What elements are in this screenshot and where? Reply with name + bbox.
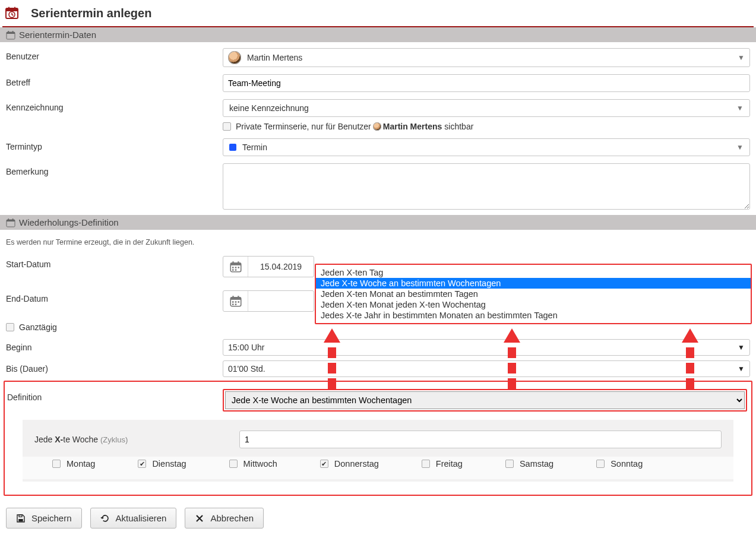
svg-rect-11 — [8, 219, 10, 220]
cancel-label: Abbrechen — [210, 513, 254, 523]
label-definition: Definition — [7, 389, 221, 402]
weekday-checkbox-montag[interactable]: Montag — [52, 459, 95, 469]
label-end-datum: End-Datum — [6, 290, 223, 303]
calendar-button[interactable] — [223, 257, 248, 277]
type-select[interactable]: Termin ▼ — [223, 138, 750, 156]
svg-rect-7 — [8, 31, 10, 33]
calendar-button[interactable] — [223, 291, 248, 311]
label-kennzeichnung: Kennzeichnung — [6, 99, 223, 112]
svg-rect-24 — [232, 296, 233, 298]
start-date-input[interactable]: 15.04.2019 — [223, 256, 314, 277]
svg-rect-23 — [230, 298, 241, 300]
svg-rect-30 — [235, 303, 236, 305]
svg-rect-6 — [7, 32, 15, 34]
definition-option[interactable]: Jede X-te Woche an bestimmten Wochentage… — [316, 278, 751, 289]
checkbox[interactable] — [505, 460, 514, 468]
private-checkbox-row[interactable]: Private Terminserie, nur für Benutzer Ma… — [223, 122, 750, 131]
allday-checkbox-row[interactable]: Ganztägig — [6, 322, 223, 332]
svg-rect-3 — [8, 7, 10, 10]
chevron-down-icon: ▼ — [736, 104, 744, 112]
cancel-button[interactable]: Abbrechen — [185, 508, 264, 528]
svg-rect-4 — [14, 7, 15, 10]
label-dauer: Bis (Dauer) — [6, 360, 223, 374]
tagging-select[interactable]: keine Kennzeichnung ▼ — [223, 99, 750, 117]
user-select-value: Martin Mertens — [247, 53, 302, 62]
svg-rect-16 — [238, 261, 239, 264]
private-user-name: Martin Mertens — [383, 122, 442, 131]
label-start-datum: Start-Datum — [6, 256, 223, 269]
weekday-checkbox-mittwoch[interactable]: Mittwoch — [229, 459, 277, 469]
calendar-icon — [6, 30, 15, 40]
svg-rect-31 — [18, 519, 23, 521]
remark-textarea[interactable] — [223, 163, 750, 210]
footer-buttons: Speichern Aktualisieren Abbrechen — [0, 501, 756, 538]
weekday-label: Freitag — [436, 459, 463, 469]
svg-rect-32 — [19, 515, 22, 517]
avatar — [228, 51, 241, 64]
weekday-checkbox-sonntag[interactable]: Sonntag — [596, 459, 643, 469]
checkbox[interactable] — [422, 460, 430, 468]
section-wiederholung: Wiederholungs-Definition — [0, 215, 756, 230]
calendar-icon — [6, 218, 15, 227]
label-benutzer: Benutzer — [6, 48, 223, 61]
definition-option[interactable]: Jeden X-ten Monat jeden X-ten Wochentag — [316, 299, 751, 310]
section-serientermin-daten: Serientermin-Daten — [0, 27, 756, 42]
duration-select[interactable]: 01'00 Std. ▼ — [223, 360, 750, 377]
chevron-down-icon: ▼ — [736, 143, 744, 151]
weekday-label: Dienstag — [152, 459, 186, 469]
weekday-checkbox-donnerstag[interactable]: Donnerstag — [320, 459, 379, 469]
cycle-input[interactable] — [239, 431, 722, 448]
checkbox[interactable] — [229, 460, 238, 468]
begin-select[interactable]: 15:00 Uhr ▼ — [223, 339, 750, 356]
refresh-icon — [100, 514, 110, 523]
checkbox[interactable] — [596, 460, 605, 468]
future-hint: Es werden nur Termine erzeugt, die in de… — [0, 230, 756, 250]
definition-highlight-box: Definition Jede X-te Woche an bestimmten… — [4, 381, 752, 496]
definition-option[interactable]: Jeden X-ten Monat an bestimmten Tagen — [316, 289, 751, 299]
svg-rect-25 — [238, 296, 239, 298]
weekday-checkbox-freitag[interactable]: Freitag — [422, 459, 463, 469]
definition-option[interactable]: Jedes X-te Jahr in bestimmten Monaten an… — [316, 310, 751, 321]
duration-value: 01'00 Std. — [228, 364, 265, 374]
annotation-arrow-icon — [504, 328, 520, 389]
svg-rect-10 — [7, 220, 15, 221]
annotation-arrow-icon — [324, 328, 340, 389]
private-checkbox[interactable] — [223, 122, 231, 131]
end-date-input[interactable] — [223, 290, 314, 312]
section-title: Serientermin-Daten — [19, 30, 96, 40]
definition-select[interactable]: Jede X-te Woche an bestimmten Wochentage… — [225, 391, 745, 409]
label-betreff: Betreff — [6, 74, 223, 87]
definition-dropdown-popup[interactable]: Jeden X-ten TagJede X-te Woche an bestim… — [315, 264, 752, 324]
chevron-down-icon: ▼ — [738, 53, 745, 62]
type-value: Termin — [242, 143, 267, 152]
svg-rect-12 — [12, 219, 14, 220]
page-header: Serientermin anlegen — [0, 0, 756, 26]
user-select[interactable]: Martin Mertens ▼ — [223, 48, 750, 67]
svg-rect-15 — [232, 261, 233, 264]
refresh-button[interactable]: Aktualisieren — [90, 508, 177, 528]
avatar-mini-icon — [373, 122, 381, 131]
page-title: Serientermin anlegen — [31, 7, 151, 20]
svg-rect-26 — [232, 301, 234, 303]
checkbox[interactable] — [320, 460, 328, 468]
subject-input[interactable] — [223, 74, 750, 92]
cycle-label: Jede X-te Woche (Zyklus) — [34, 435, 239, 444]
weekday-row: MontagDienstagMittwochDonnerstagFreitagS… — [23, 457, 733, 479]
allday-checkbox[interactable] — [6, 323, 14, 331]
save-button[interactable]: Speichern — [6, 508, 82, 528]
calendar-clock-icon — [5, 6, 19, 20]
weekday-checkbox-samstag[interactable]: Samstag — [505, 459, 553, 469]
svg-rect-27 — [235, 301, 236, 303]
definition-option[interactable]: Jeden X-ten Tag — [316, 267, 751, 278]
section-title: Wiederholungs-Definition — [19, 217, 119, 227]
checkbox[interactable] — [52, 460, 61, 468]
form-serientermin-daten: Benutzer Martin Mertens ▼ Betreff Kennze… — [0, 42, 756, 215]
tagging-value: keine Kennzeichnung — [229, 103, 309, 113]
checkbox[interactable] — [138, 460, 146, 468]
save-label: Speichern — [31, 513, 72, 523]
weekday-checkbox-dienstag[interactable]: Dienstag — [138, 459, 186, 469]
weekday-label: Donnerstag — [334, 459, 379, 469]
svg-rect-8 — [12, 31, 14, 33]
svg-rect-1 — [6, 8, 18, 11]
private-text-suffix: sichtbar — [444, 122, 473, 131]
